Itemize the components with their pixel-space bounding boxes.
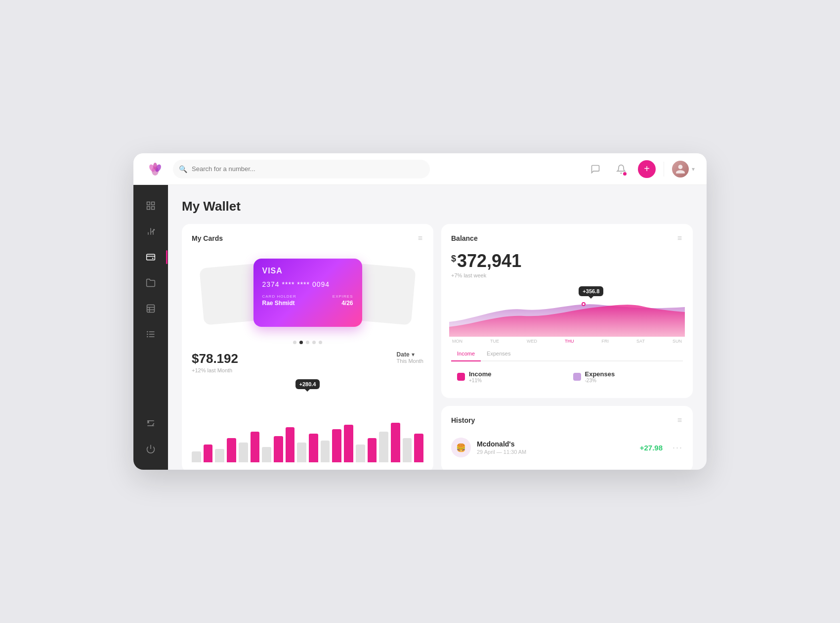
- chart-day-thu: THU: [565, 339, 574, 344]
- bar-item: [414, 434, 423, 462]
- balance-week-change: +7% last week: [451, 272, 683, 278]
- app-window: 🔍 + ▾: [133, 153, 707, 470]
- bar-item: [297, 443, 306, 462]
- right-column: Balance ≡ $ 372,941 +7% last week: [441, 224, 693, 470]
- svg-rect-13: [147, 254, 155, 260]
- bar-chart-area: +280.4: [192, 379, 423, 462]
- income-swatch: [457, 373, 465, 381]
- balance-menu-icon[interactable]: ≡: [677, 234, 683, 243]
- bar-item: [403, 438, 412, 462]
- svg-rect-4: [147, 202, 150, 205]
- divider: [664, 162, 664, 177]
- date-sub: This Month: [397, 358, 423, 364]
- bar-item: [391, 423, 400, 462]
- sidebar-item-folder[interactable]: [139, 272, 163, 294]
- sidebar-item-windows[interactable]: [139, 298, 163, 319]
- card-holder-name: Rae Shmidt: [262, 300, 296, 307]
- card-dots: [192, 341, 423, 344]
- svg-point-15: [152, 258, 154, 259]
- bar-item: [239, 443, 248, 462]
- legend-row: Income +11% Expenses -23%: [451, 365, 683, 388]
- chart-tabs: Income Expenses: [451, 349, 683, 361]
- date-label: Date: [397, 351, 410, 358]
- card-expires-info: EXPIRES 4/26: [333, 294, 353, 307]
- expenses-label: Expenses: [585, 370, 615, 378]
- expenses-change: -23%: [585, 378, 615, 383]
- chart-days: MON TUE WED THU FRI SAT SUN: [451, 339, 683, 344]
- income-change: +11%: [469, 378, 492, 383]
- balance-amount: $78.192: [192, 351, 238, 366]
- bar-item: [192, 451, 201, 462]
- svg-point-25: [147, 336, 148, 338]
- bar-item: [227, 438, 236, 462]
- date-chevron-icon: ▾: [412, 351, 415, 358]
- dot-4[interactable]: [312, 341, 316, 344]
- user-avatar-wrap[interactable]: ▾: [672, 161, 695, 178]
- my-cards-menu-icon[interactable]: ≡: [418, 234, 423, 243]
- my-cards-header: My Cards ≡: [192, 234, 423, 243]
- dot-3[interactable]: [306, 341, 309, 344]
- chart-day-tue: TUE: [490, 339, 499, 344]
- bar-item: [204, 445, 213, 462]
- sidebar-item-settings[interactable]: [139, 412, 163, 434]
- avatar: [672, 161, 689, 178]
- credit-card[interactable]: VISA 2374 **** **** 0094 CARD HOLDER Rae…: [253, 259, 362, 327]
- search-bar[interactable]: 🔍: [173, 160, 430, 178]
- top-bar-actions: + ▾: [587, 160, 695, 178]
- balance-row: $78.192 +12% last Month Date ▾ This Mont…: [192, 351, 423, 373]
- balance-panel: Balance ≡ $ 372,941 +7% last week: [441, 224, 693, 398]
- svg-rect-5: [152, 202, 155, 205]
- svg-point-3: [153, 163, 157, 170]
- balance-currency-big: $: [451, 254, 456, 264]
- sidebar-item-list[interactable]: [139, 323, 163, 345]
- dot-5[interactable]: [319, 341, 322, 344]
- tab-income[interactable]: Income: [451, 349, 481, 361]
- add-button[interactable]: +: [638, 160, 656, 178]
- balance-right: Date ▾ This Month: [397, 351, 423, 364]
- dot-2[interactable]: [299, 341, 303, 344]
- sidebar-item-wallet[interactable]: [139, 246, 163, 268]
- tab-expenses[interactable]: Expenses: [481, 349, 516, 361]
- bar-item: [215, 449, 224, 462]
- bar-item: [368, 438, 377, 462]
- bar-item: [262, 447, 271, 462]
- history-menu-icon[interactable]: ≡: [677, 416, 683, 425]
- search-input[interactable]: [173, 160, 430, 178]
- top-bar: 🔍 + ▾: [133, 153, 707, 185]
- bar-chart-tooltip: +280.4: [295, 379, 320, 389]
- history-more-button[interactable]: ···: [672, 443, 683, 453]
- notification-button[interactable]: [612, 160, 630, 178]
- bar-item: [321, 441, 330, 462]
- bar-item: [332, 429, 341, 462]
- chat-button[interactable]: [587, 160, 604, 178]
- expenses-info: Expenses -23%: [585, 370, 615, 383]
- history-title: History: [451, 416, 475, 424]
- card-holder-label: CARD HOLDER: [262, 294, 296, 299]
- two-col-layout: My Cards ≡ VISA 2374 **** **** 0094 CARD…: [182, 224, 693, 470]
- card-expires-value: 4/26: [333, 300, 353, 307]
- chart-day-wed: WED: [527, 339, 537, 344]
- card-bottom: CARD HOLDER Rae Shmidt EXPIRES 4/26: [262, 294, 353, 307]
- chevron-down-icon: ▾: [692, 166, 695, 173]
- cards-area: VISA 2374 **** **** 0094 CARD HOLDER Rae…: [192, 251, 423, 335]
- date-filter[interactable]: Date ▾: [397, 351, 423, 358]
- bar-item: [356, 445, 365, 462]
- balance-left: $78.192 +12% last Month: [192, 351, 238, 373]
- history-merchant-name: Mcdonald's: [477, 440, 634, 448]
- history-amount: +27.98: [640, 444, 663, 452]
- bar-item: [344, 425, 353, 462]
- dot-1[interactable]: [293, 341, 296, 344]
- chart-day-sat: SAT: [636, 339, 645, 344]
- bars-row: [192, 418, 423, 462]
- bar-item: [251, 432, 260, 462]
- sidebar-item-power[interactable]: [139, 438, 163, 460]
- search-icon: 🔍: [179, 165, 187, 173]
- balance-panel-header: Balance ≡: [451, 234, 683, 243]
- bar-item: [379, 432, 388, 462]
- svg-point-23: [147, 331, 148, 333]
- sidebar-item-dashboard[interactable]: [139, 195, 163, 217]
- legend-income: Income +11%: [451, 365, 567, 388]
- sidebar-item-analytics[interactable]: [139, 221, 163, 242]
- history-date: 29 April — 11:30 AM: [477, 449, 634, 455]
- svg-rect-16: [147, 305, 155, 312]
